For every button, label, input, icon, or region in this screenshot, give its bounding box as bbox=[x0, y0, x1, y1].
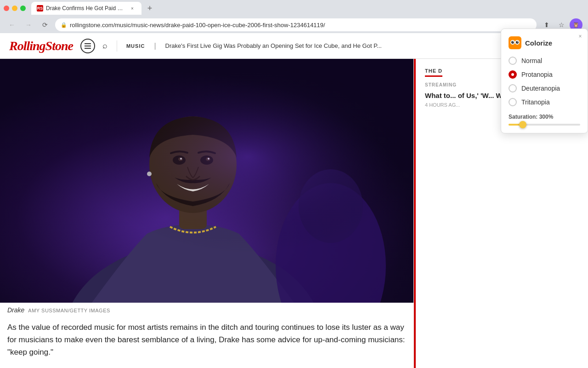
hamburger-icon bbox=[85, 43, 91, 49]
article-area: Drake AMY SUSSMAN/GETTY IMAGES As the va… bbox=[0, 59, 588, 368]
header-divider bbox=[117, 40, 117, 52]
url-text: rollingstone.com/music/music-news/drake-… bbox=[70, 22, 325, 29]
back-button[interactable]: ← bbox=[6, 18, 18, 31]
svg-rect-15 bbox=[0, 59, 413, 303]
colorize-option-tritanopia[interactable]: Tritanopia bbox=[509, 98, 580, 106]
site-header: RollingStone ⌕ MUSIC | Drake's First Liv… bbox=[0, 33, 588, 59]
article-headline-preview: Drake's First Live Gig Was Probably an O… bbox=[165, 42, 497, 49]
colorize-label-normal: Normal bbox=[521, 57, 542, 64]
traffic-light-maximize[interactable] bbox=[20, 6, 26, 11]
sidebar-section-label: THE D bbox=[425, 68, 442, 77]
section-label: MUSIC bbox=[126, 43, 145, 49]
article-body-text: As the value of recorded music for most … bbox=[7, 321, 406, 359]
colorize-option-protanopia[interactable]: Protanopia bbox=[509, 70, 580, 79]
svg-point-21 bbox=[513, 41, 514, 42]
colorize-radio-protanopia[interactable] bbox=[509, 70, 517, 79]
caption-subject: Drake bbox=[7, 306, 24, 314]
svg-point-22 bbox=[517, 41, 518, 42]
article-image bbox=[0, 59, 413, 303]
tab-bar: RS Drake Confirms He Got Paid $1... × + bbox=[0, 0, 588, 17]
new-tab-button[interactable]: + bbox=[143, 2, 156, 15]
url-bar[interactable]: 🔒 rollingstone.com/music/music-news/drak… bbox=[55, 18, 537, 31]
reload-button[interactable]: ⟳ bbox=[39, 18, 51, 31]
colorize-label-deuteranopia: Deuteranopia bbox=[521, 85, 560, 92]
colorize-header: Colorize bbox=[509, 36, 580, 49]
forward-button[interactable]: → bbox=[22, 18, 35, 31]
active-tab[interactable]: RS Drake Confirms He Got Paid $1... × bbox=[31, 2, 141, 15]
traffic-light-close[interactable] bbox=[4, 6, 9, 11]
hamburger-button[interactable] bbox=[80, 39, 95, 53]
colorize-option-normal[interactable]: Normal bbox=[509, 57, 580, 65]
sidebar-red-border bbox=[414, 59, 416, 368]
colorize-title: Colorize bbox=[525, 39, 552, 47]
browser-frame: RS Drake Confirms He Got Paid $1... × + … bbox=[0, 0, 588, 33]
colorize-label-protanopia: Protanopia bbox=[521, 71, 553, 78]
colorize-option-deuteranopia[interactable]: Deuteranopia bbox=[509, 84, 580, 92]
saturation-slider-thumb[interactable] bbox=[519, 121, 526, 128]
article-main: Drake AMY SUSSMAN/GETTY IMAGES As the va… bbox=[0, 59, 413, 368]
saturation-slider-track bbox=[509, 124, 580, 126]
traffic-lights bbox=[4, 6, 26, 11]
tab-close-button[interactable]: × bbox=[129, 5, 136, 12]
section-separator: | bbox=[154, 42, 156, 50]
search-button[interactable]: ⌕ bbox=[102, 41, 107, 51]
site-logo[interactable]: RollingStone bbox=[9, 39, 73, 53]
colorize-label-tritanopia: Tritanopia bbox=[521, 98, 550, 106]
colorize-options: Normal Protanopia Deuteranopia Tritanopi… bbox=[509, 57, 580, 106]
caption-credit: AMY SUSSMAN/GETTY IMAGES bbox=[28, 308, 110, 313]
article-text: As the value of recorded music for most … bbox=[0, 317, 413, 359]
colorize-radio-deuteranopia[interactable] bbox=[509, 84, 517, 92]
colorize-popup: × Colorize Normal Protanopia bbox=[501, 29, 588, 133]
saturation-label: Saturation: 300% bbox=[509, 114, 580, 120]
colorize-radio-tritanopia[interactable] bbox=[509, 98, 517, 106]
lock-icon: 🔒 bbox=[61, 22, 67, 28]
colorize-radio-normal[interactable] bbox=[509, 57, 517, 65]
svg-point-20 bbox=[516, 41, 519, 44]
saturation-section: Saturation: 300% bbox=[509, 114, 580, 126]
saturation-value: 300% bbox=[539, 114, 554, 120]
caption-area: Drake AMY SUSSMAN/GETTY IMAGES bbox=[0, 303, 413, 317]
tab-favicon: RS bbox=[37, 5, 43, 12]
drake-photo bbox=[0, 59, 413, 303]
tab-label: Drake Confirms He Got Paid $1... bbox=[46, 5, 126, 12]
address-bar: ← → ⟳ 🔒 rollingstone.com/music/music-new… bbox=[0, 17, 588, 33]
page-content: RollingStone ⌕ MUSIC | Drake's First Liv… bbox=[0, 33, 588, 368]
traffic-light-minimize[interactable] bbox=[12, 6, 17, 11]
svg-point-19 bbox=[511, 41, 514, 44]
colorize-owl-icon bbox=[509, 36, 521, 49]
colorize-close-button[interactable]: × bbox=[577, 33, 584, 40]
